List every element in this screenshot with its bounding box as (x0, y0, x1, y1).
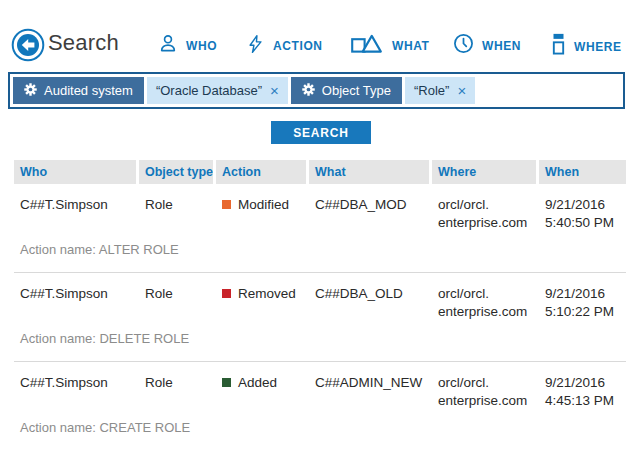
filter-field-label: Audited system (44, 83, 133, 98)
filter-field-label: Object Type (322, 83, 391, 98)
action-status-icon (222, 289, 231, 298)
action-name-text: Action name: DELETE ROLE (14, 331, 626, 346)
remove-filter-icon[interactable]: × (270, 83, 279, 98)
cell-object-type: Role (139, 285, 213, 321)
person-icon (158, 33, 178, 58)
column-header-what[interactable]: What (309, 160, 429, 184)
tab-where[interactable]: WHERE (551, 33, 622, 60)
gear-icon (24, 83, 37, 99)
cell-when: 9/21/2016 4:45:13 PM (539, 374, 626, 410)
cell-where: orcl/orcl. enterprise.com (432, 196, 536, 232)
results-body: C##T.Simpson Role Modified C##DBA_MOD or… (14, 184, 626, 450)
cell-action: Modified (216, 196, 306, 232)
lightning-icon (246, 33, 265, 59)
action-label: Removed (238, 285, 296, 303)
filter-value-role[interactable]: “Role” × (405, 77, 475, 104)
tab-who-label: WHO (186, 39, 217, 53)
column-header-where[interactable]: Where (432, 160, 536, 184)
page-title: Search (48, 30, 119, 56)
cell-who: C##T.Simpson (14, 374, 136, 410)
column-header-when[interactable]: When (539, 160, 626, 184)
cell-where: orcl/orcl. enterprise.com (432, 374, 536, 410)
gear-icon (302, 83, 315, 99)
search-window: Search WHO ACTION WHAT (0, 0, 640, 450)
cell-when: 9/21/2016 5:40:50 PM (539, 196, 626, 232)
cell-action: Removed (216, 285, 306, 321)
cell-who: C##T.Simpson (14, 285, 136, 321)
cell-action: Added (216, 374, 306, 410)
cell-who: C##T.Simpson (14, 196, 136, 232)
tab-when-label: WHEN (482, 39, 521, 53)
results-table: Who Object type Action What Where When C… (14, 160, 626, 450)
search-button[interactable]: SEARCH (271, 121, 371, 144)
tab-where-label: WHERE (574, 40, 622, 54)
filter-value-oracle-database[interactable]: “Oracle Database” × (147, 77, 288, 104)
action-label: Modified (238, 196, 289, 214)
cell-object-type: Role (139, 196, 213, 232)
action-name-text: Action name: ALTER ROLE (14, 242, 626, 257)
action-status-icon (222, 378, 231, 387)
tab-when[interactable]: WHEN (453, 33, 521, 58)
shapes-icon (350, 33, 384, 58)
filter-value-label: “Oracle Database” (156, 83, 262, 98)
cell-what: C##DBA_MOD (309, 196, 429, 232)
result-row[interactable]: C##T.Simpson Role Modified C##DBA_MOD or… (14, 184, 626, 273)
tab-action-label: ACTION (273, 39, 323, 53)
result-row[interactable]: C##T.Simpson Role Removed C##DBA_OLD orc… (14, 273, 626, 362)
back-icon (11, 50, 45, 65)
filter-field-object-type[interactable]: Object Type (291, 77, 402, 104)
filter-value-label: “Role” (414, 83, 449, 98)
cell-when: 9/21/2016 5:10:22 PM (539, 285, 626, 321)
column-header-who[interactable]: Who (14, 160, 136, 184)
action-label: Added (238, 374, 277, 392)
back-button[interactable] (11, 28, 45, 62)
filter-field-audited-system[interactable]: Audited system (13, 77, 144, 104)
table-header-row: Who Object type Action What Where When (14, 160, 626, 184)
clock-icon (453, 33, 474, 58)
action-status-icon (222, 200, 231, 209)
cell-where: orcl/orcl. enterprise.com (432, 285, 536, 321)
cell-what: C##ADMIN_NEW (309, 374, 429, 410)
server-icon (551, 33, 566, 60)
cell-object-type: Role (139, 374, 213, 410)
action-name-text: Action name: CREATE ROLE (14, 420, 626, 435)
tab-what-label: WHAT (392, 39, 430, 53)
search-query-bar[interactable]: Audited system “Oracle Database” × (8, 72, 625, 109)
result-row[interactable]: C##T.Simpson Role Added C##ADMIN_NEW orc… (14, 362, 626, 450)
column-header-action[interactable]: Action (216, 160, 306, 184)
remove-filter-icon[interactable]: × (457, 83, 466, 98)
cell-what: C##DBA_OLD (309, 285, 429, 321)
tab-what[interactable]: WHAT (350, 33, 430, 58)
tab-action[interactable]: ACTION (246, 33, 323, 59)
tab-who[interactable]: WHO (158, 33, 217, 58)
column-header-object-type[interactable]: Object type (139, 160, 213, 184)
